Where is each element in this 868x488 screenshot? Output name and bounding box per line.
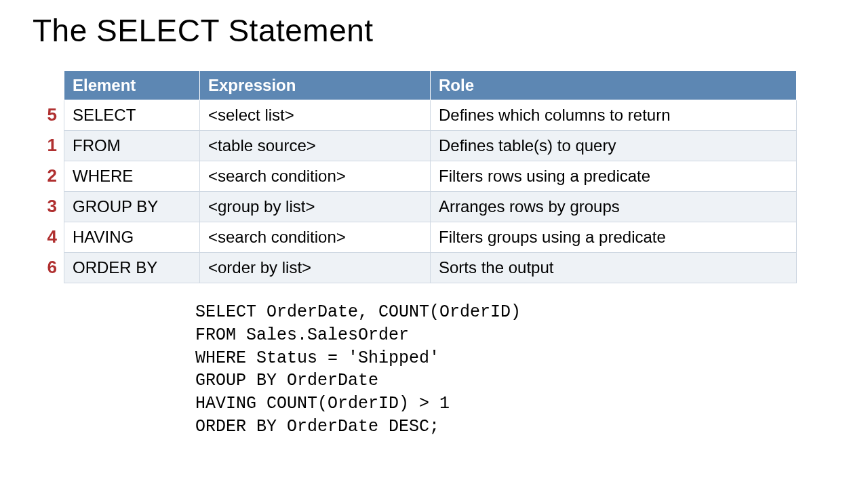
cell-role: Sorts the output bbox=[431, 253, 797, 283]
sql-example-code: SELECT OrderDate, COUNT(OrderID) FROM Sa… bbox=[195, 301, 835, 439]
execution-order-column: 5 1 2 3 4 6 bbox=[33, 70, 64, 283]
cell-role: Filters rows using a predicate bbox=[431, 161, 797, 192]
select-clauses-table: Element Expression Role SELECT <select l… bbox=[64, 70, 797, 283]
cell-element: HAVING bbox=[64, 222, 200, 253]
cell-element: ORDER BY bbox=[64, 253, 200, 283]
header-role: Role bbox=[431, 71, 797, 100]
cell-element: SELECT bbox=[64, 100, 200, 131]
table-row: GROUP BY <group by list> Arranges rows b… bbox=[64, 192, 797, 222]
cell-element: WHERE bbox=[64, 161, 200, 192]
table-row: FROM <table source> Defines table(s) to … bbox=[64, 131, 797, 161]
cell-element: GROUP BY bbox=[64, 192, 200, 222]
cell-expression: <order by list> bbox=[200, 253, 431, 283]
header-element: Element bbox=[64, 71, 200, 100]
cell-expression: <search condition> bbox=[200, 161, 431, 192]
order-number: 3 bbox=[33, 191, 64, 222]
table-row: WHERE <search condition> Filters rows us… bbox=[64, 161, 797, 192]
slide: The SELECT Statement 5 1 2 3 4 6 Element… bbox=[0, 0, 868, 439]
order-number: 4 bbox=[33, 222, 64, 252]
cell-expression: <group by list> bbox=[200, 192, 431, 222]
table-row: ORDER BY <order by list> Sorts the outpu… bbox=[64, 253, 797, 283]
cell-role: Arranges rows by groups bbox=[431, 192, 797, 222]
cell-role: Filters groups using a predicate bbox=[431, 222, 797, 253]
order-header-spacer bbox=[33, 70, 64, 100]
cell-expression: <table source> bbox=[200, 131, 431, 161]
table-header-row: Element Expression Role bbox=[64, 71, 797, 100]
cell-expression: <search condition> bbox=[200, 222, 431, 253]
order-number: 6 bbox=[33, 252, 64, 283]
order-number: 2 bbox=[33, 161, 64, 191]
order-number: 1 bbox=[33, 130, 64, 161]
cell-role: Defines table(s) to query bbox=[431, 131, 797, 161]
cell-expression: <select list> bbox=[200, 100, 431, 131]
cell-role: Defines which columns to return bbox=[431, 100, 797, 131]
order-number: 5 bbox=[33, 100, 64, 130]
table-row: SELECT <select list> Defines which colum… bbox=[64, 100, 797, 131]
header-expression: Expression bbox=[200, 71, 431, 100]
slide-title: The SELECT Statement bbox=[33, 12, 835, 49]
table-area: 5 1 2 3 4 6 Element Expression Role SELE… bbox=[33, 70, 835, 283]
table-row: HAVING <search condition> Filters groups… bbox=[64, 222, 797, 253]
cell-element: FROM bbox=[64, 131, 200, 161]
